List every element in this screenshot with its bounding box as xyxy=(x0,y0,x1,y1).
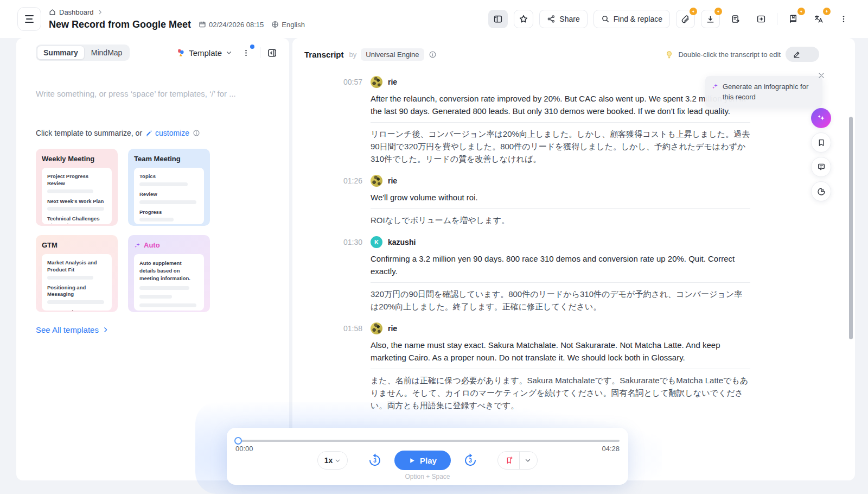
transcript-text[interactable]: Also, the name must stay exact. Sakura M… xyxy=(371,339,750,364)
close-icon[interactable] xyxy=(818,72,825,79)
placeholder-line xyxy=(139,286,189,290)
timestamp[interactable]: 01:26 xyxy=(343,176,365,185)
progress-handle[interactable] xyxy=(234,437,242,445)
attachment-button[interactable] xyxy=(676,10,695,28)
info-icon xyxy=(429,50,437,59)
transcript-text[interactable]: After the relaunch, conversion rate impr… xyxy=(371,92,750,117)
translation-text[interactable]: ROIなしでボリュームを増やします。 xyxy=(371,214,750,226)
translation-text[interactable]: 320万円の90日間を確認しています。800件のリードから310件のデモが予約さ… xyxy=(371,288,750,313)
hint-text: Click template to summarize, or xyxy=(36,129,142,137)
bookmark-list-button[interactable] xyxy=(811,132,831,153)
lightbulb-icon xyxy=(665,50,673,59)
share-button[interactable]: Share xyxy=(539,10,587,28)
template-item: Positioning and Messaging xyxy=(47,284,106,299)
add-bookmark-icon[interactable] xyxy=(498,456,519,465)
hamburger-menu-button[interactable] xyxy=(17,7,41,31)
template-item: Progress xyxy=(139,209,199,216)
tab-summary[interactable]: Summary xyxy=(37,46,85,60)
avatar xyxy=(371,175,382,187)
see-all-templates-link[interactable]: See All templates xyxy=(16,325,289,334)
export-notes-button[interactable] xyxy=(726,10,745,28)
edit-pencil-icon xyxy=(793,50,801,59)
placeholder-line xyxy=(47,276,93,280)
speaker-name[interactable]: kazushi xyxy=(388,238,416,246)
transcript-text[interactable]: Confirming a 3.2 million yen 90 days. 80… xyxy=(371,252,750,277)
speaker-name[interactable]: rie xyxy=(388,176,397,185)
transcript-title: Transcript xyxy=(304,50,344,59)
bookmark-options-button[interactable] xyxy=(520,457,537,464)
side-action-buttons xyxy=(811,108,831,201)
infographic-tooltip[interactable]: Generate an infographic for this record xyxy=(705,76,822,107)
speaker-name[interactable]: rie xyxy=(388,78,397,86)
notification-dot xyxy=(250,45,254,49)
share-label: Share xyxy=(559,15,579,23)
timestamp[interactable]: 00:57 xyxy=(343,78,365,86)
more-options-button[interactable] xyxy=(834,10,853,28)
comment-icon xyxy=(817,163,826,172)
template-item: Go-to-Market Strategy xyxy=(47,309,106,311)
speaker-name[interactable]: rie xyxy=(388,324,397,333)
template-title: GTM xyxy=(42,241,112,249)
breadcrumb-label[interactable]: Dashboard xyxy=(59,8,94,16)
avatar: K xyxy=(371,236,382,248)
timestamp[interactable]: 01:58 xyxy=(343,324,365,333)
summary-more-button[interactable] xyxy=(239,47,253,59)
placeholder-line xyxy=(139,303,196,307)
ai-assistant-button[interactable] xyxy=(811,108,831,128)
tooltip-text: Generate an infographic for this record xyxy=(723,81,816,102)
play-button[interactable]: Play xyxy=(394,451,451,470)
comments-button[interactable] xyxy=(811,157,831,177)
find-replace-button[interactable]: Find & replace xyxy=(593,10,670,28)
avatar xyxy=(371,322,382,334)
transcript-entries: 00:57 rie After the relaunch, conversion… xyxy=(292,76,855,411)
info-icon xyxy=(193,129,200,137)
chevron-down-icon xyxy=(226,49,232,56)
home-icon xyxy=(49,9,56,16)
timestamp[interactable]: 01:30 xyxy=(343,238,365,246)
avatar xyxy=(371,76,382,88)
analytics-button[interactable] xyxy=(811,181,831,201)
record-language: English xyxy=(271,21,305,29)
move-record-button[interactable] xyxy=(751,10,771,28)
header-toolbar: Share Find & replace xyxy=(488,10,853,28)
divider xyxy=(371,208,750,209)
skip-seconds: 3 xyxy=(469,457,472,464)
progress-bar[interactable] xyxy=(235,440,620,442)
placeholder-line xyxy=(47,207,104,211)
placeholder-line xyxy=(47,300,104,304)
glossary-button[interactable] xyxy=(783,10,803,28)
scrollbar-thumb[interactable] xyxy=(849,117,853,339)
placeholder-line xyxy=(139,295,172,299)
audio-player: 00:00 04:28 1x 3 Play 3 Option + Space xyxy=(227,428,628,485)
upgrade-badge xyxy=(797,8,805,15)
template-dropdown[interactable]: Template xyxy=(176,48,232,58)
placeholder-line xyxy=(47,189,93,193)
download-button[interactable] xyxy=(701,10,720,28)
template-card-team-meeting[interactable]: Team Meeting Topics Review Progress xyxy=(128,149,210,226)
add-bookmark-split-button[interactable] xyxy=(497,451,538,470)
summary-editor[interactable]: Write something, or press ‘space’ for te… xyxy=(16,89,289,98)
play-label: Play xyxy=(420,456,437,465)
favorite-button[interactable] xyxy=(514,10,533,28)
toggle-sidebar-button[interactable] xyxy=(488,10,508,28)
skip-back-button[interactable]: 3 xyxy=(367,453,382,468)
transcript-text[interactable]: We'll grow volume without roi. xyxy=(371,191,750,204)
chevron-down-icon xyxy=(525,457,531,464)
template-description: Auto supplement details based on meeting… xyxy=(139,259,199,282)
play-shortcut-hint: Option + Space xyxy=(227,473,628,480)
collapse-panel-button[interactable] xyxy=(267,48,277,58)
calendar-icon xyxy=(199,21,206,28)
skip-forward-button[interactable]: 3 xyxy=(463,453,478,468)
template-card-gtm[interactable]: GTM Market Analysis and Product Fit Posi… xyxy=(36,235,118,312)
edit-transcript-toggle[interactable] xyxy=(786,47,819,62)
template-card-weekly-meeting[interactable]: Weekly Meeting Project Progress Review N… xyxy=(36,149,118,226)
translate-button[interactable] xyxy=(809,10,828,28)
engine-badge[interactable]: Universal Engine xyxy=(361,48,424,61)
tab-mindmap[interactable]: MindMap xyxy=(85,46,129,60)
translation-text[interactable]: リローンチ後、コンバージョン率は20%向上しました。しかし、顧客獲得コストも上昇… xyxy=(371,128,750,165)
template-card-auto[interactable]: Auto Auto supplement details based on me… xyxy=(128,235,210,312)
customize-link[interactable]: customize xyxy=(145,129,189,137)
header: Dashboard New Record from Google Meet 02… xyxy=(0,0,868,38)
playback-speed-button[interactable]: 1x xyxy=(317,451,348,470)
breadcrumb[interactable]: Dashboard xyxy=(49,8,305,16)
